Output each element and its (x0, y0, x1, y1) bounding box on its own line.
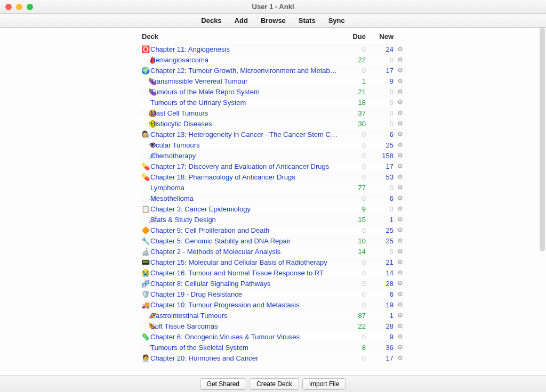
get-shared-button[interactable]: Get Shared (200, 378, 246, 390)
deck-name[interactable]: Transmissible Venereal Tumour (150, 77, 338, 85)
deck-name[interactable]: Chemotherapy (150, 152, 338, 160)
deck-name[interactable]: Tumours of the Urinary System (150, 99, 338, 107)
deck-row[interactable]: 🧬Chapter 8: Cellular Signaling Pathways0… (140, 278, 406, 289)
gear-icon[interactable]: ⚙ (394, 173, 406, 181)
deck-row[interactable]: 🥎Histiocytic Diseases300⚙ (140, 118, 406, 129)
gear-icon[interactable]: ⚙ (394, 333, 406, 340)
deck-name[interactable]: Chapter 18: Pharmacology of Anticancer D… (150, 173, 338, 181)
menu-sync[interactable]: Sync (328, 17, 345, 24)
menu-decks[interactable]: Decks (201, 17, 221, 24)
scrollbar-thumb[interactable] (540, 28, 545, 251)
deck-name[interactable]: Ocular Tumours (150, 141, 338, 149)
deck-name[interactable]: Chapter 5: Genomic Stability and DNA Rep… (150, 237, 338, 245)
gear-icon[interactable]: ⚙ (394, 226, 406, 234)
deck-name[interactable]: Tumours of the Skeletal System (150, 344, 338, 352)
gear-icon[interactable]: ⚙ (394, 301, 406, 308)
deck-row[interactable]: 👁️Ocular Tumours025⚙ (140, 140, 406, 150)
deck-name[interactable]: Chapter 6: Oncogenic Viruses & Tumour Vi… (150, 333, 338, 341)
deck-name[interactable]: Chapter 19 - Drug Resistance (150, 290, 338, 298)
deck-name[interactable]: Stats & Study Design (150, 216, 338, 224)
deck-row[interactable]: 🦴Tumours of the Skeletal System836⚙ (140, 342, 406, 353)
deck-name[interactable]: Chapter 3: Cancer Epidemiology (150, 205, 338, 213)
deck-row[interactable]: 🅾️Chapter 11: Angiogenesis024⚙ (140, 44, 406, 54)
deck-row[interactable]: 📟Chapter 15: Molecular and Cellular Basi… (140, 257, 406, 267)
menu-stats[interactable]: Stats (299, 17, 316, 24)
deck-name[interactable]: Chapter 13: Heterogeneity in Cancer - Th… (150, 130, 338, 138)
deck-row[interactable]: Tumours of the Urinary System180⚙ (140, 97, 406, 108)
deck-name[interactable]: Mast Cell Tumours (150, 109, 338, 117)
deck-row[interactable]: 🍆Transmissible Venereal Tumour19⚙ (140, 76, 406, 86)
deck-row[interactable]: Lymphoma770⚙ (140, 182, 406, 193)
deck-name[interactable]: Chapter 8: Cellular Signaling Pathways (150, 280, 338, 288)
deck-name[interactable]: Chapter 2 - Methods of Molecular Analysi… (150, 248, 338, 256)
gear-icon[interactable]: ⚙ (394, 184, 406, 191)
deck-name[interactable]: Histiocytic Diseases (150, 120, 338, 128)
deck-row[interactable]: 🚚Chapter 10: Tumour Progression and Meta… (140, 299, 406, 310)
deck-row[interactable]: 🦠Chapter 6: Oncogenic Viruses & Tumour V… (140, 331, 406, 342)
gear-icon[interactable]: ⚙ (394, 290, 406, 298)
deck-row[interactable]: 🧑‍⚕️Chapter 20: Hormones and Cancer017⚙ (140, 353, 406, 363)
deck-name[interactable]: Hemangiosarcoma (150, 56, 338, 64)
import-file-button[interactable]: Import File (302, 378, 347, 390)
gear-icon[interactable]: ⚙ (394, 77, 406, 85)
gear-icon[interactable]: ⚙ (394, 322, 406, 330)
gear-icon[interactable]: ⚙ (394, 344, 406, 351)
deck-row[interactable]: 💊Chapter 17: Discovery and Evaluation of… (140, 161, 406, 172)
deck-name[interactable]: Chapter 9: Cell Proliferation and Death (150, 226, 338, 234)
deck-name[interactable]: Chapter 20: Hormones and Cancer (150, 354, 338, 362)
gear-icon[interactable]: ⚙ (394, 109, 406, 117)
gear-icon[interactable]: ⚙ (394, 205, 406, 213)
deck-row[interactable]: 😭Chapter 16: Tumour and Normal Tissue Re… (140, 267, 406, 278)
gear-icon[interactable]: ⚙ (394, 152, 406, 159)
menu-browse[interactable]: Browse (261, 17, 286, 24)
deck-row[interactable]: 🔬Chapter 2 - Methods of Molecular Analys… (140, 246, 406, 257)
menu-add[interactable]: Add (235, 17, 248, 24)
deck-row[interactable]: 🥓Gastrointestinal Tumours871⚙ (140, 310, 406, 321)
deck-name[interactable]: Tumours of the Male Repro System (150, 88, 338, 96)
gear-icon[interactable]: ⚙ (394, 312, 406, 319)
gear-icon[interactable]: ⚙ (394, 216, 406, 223)
deck-row[interactable]: 🍪Mast Cell Tumours370⚙ (140, 108, 406, 118)
deck-row[interactable]: ☁️Mesothelioma06⚙ (140, 193, 406, 203)
gear-icon[interactable]: ⚙ (394, 67, 406, 74)
deck-name[interactable]: Chapter 16: Tumour and Normal Tissue Res… (150, 269, 338, 277)
gear-icon[interactable]: ⚙ (394, 248, 406, 255)
deck-row[interactable]: 📋Chapter 3: Cancer Epidemiology90⚙ (140, 203, 406, 214)
deck-row[interactable]: 👩‍🔬Chapter 13: Heterogeneity in Cancer -… (140, 129, 406, 140)
deck-row[interactable]: 💉Chemotherapy0158⚙ (140, 150, 406, 161)
deck-row[interactable]: 🌍Chapter 12: Tumour Growth, Microenviron… (140, 65, 406, 76)
gear-icon[interactable]: ⚙ (394, 56, 406, 63)
deck-name[interactable]: Chapter 15: Molecular and Cellular Basis… (150, 258, 338, 266)
deck-name[interactable]: Mesothelioma (150, 194, 338, 202)
deck-row[interactable]: 🔶Chapter 9: Cell Proliferation and Death… (140, 225, 406, 235)
deck-row[interactable]: 📈Stats & Study Design151⚙ (140, 214, 406, 225)
gear-icon[interactable]: ⚙ (394, 269, 406, 276)
gear-icon[interactable]: ⚙ (394, 280, 406, 287)
deck-row[interactable]: 🌭Soft Tissue Sarcomas2228⚙ (140, 321, 406, 331)
deck-row[interactable]: 🍆Tumours of the Male Repro System210⚙ (140, 86, 406, 97)
gear-icon[interactable]: ⚙ (394, 120, 406, 127)
gear-icon[interactable]: ⚙ (394, 141, 406, 149)
deck-row[interactable]: 💊Chapter 18: Pharmacology of Anticancer … (140, 172, 406, 182)
deck-list-scroll[interactable]: Deck Due New 🅾️Chapter 11: Angiogenesis0… (0, 28, 546, 375)
gear-icon[interactable]: ⚙ (394, 45, 406, 53)
deck-row[interactable]: 🛡️Chapter 19 - Drug Resistance06⚙ (140, 289, 406, 299)
gear-icon[interactable]: ⚙ (394, 162, 406, 170)
gear-icon[interactable]: ⚙ (394, 130, 406, 138)
create-deck-button[interactable]: Create Deck (250, 378, 299, 390)
deck-name[interactable]: Chapter 17: Discovery and Evaluation of … (150, 162, 338, 170)
deck-name[interactable]: Chapter 12: Tumour Growth, Microenvironm… (150, 67, 338, 75)
gear-icon[interactable]: ⚙ (394, 237, 406, 244)
deck-name[interactable]: Soft Tissue Sarcomas (150, 322, 338, 330)
gear-icon[interactable]: ⚙ (394, 88, 406, 95)
deck-name[interactable]: Chapter 10: Tumour Progression and Metas… (150, 301, 338, 309)
deck-row[interactable]: 🩸Hemangiosarcoma220⚙ (140, 54, 406, 65)
deck-name[interactable]: Lymphoma (150, 184, 338, 192)
deck-name[interactable]: Chapter 11: Angiogenesis (150, 45, 338, 53)
deck-name[interactable]: Gastrointestinal Tumours (150, 312, 338, 320)
gear-icon[interactable]: ⚙ (394, 194, 406, 202)
gear-icon[interactable]: ⚙ (394, 354, 406, 362)
deck-row[interactable]: 🔧Chapter 5: Genomic Stability and DNA Re… (140, 235, 406, 246)
gear-icon[interactable]: ⚙ (394, 99, 406, 106)
gear-icon[interactable]: ⚙ (394, 258, 406, 266)
